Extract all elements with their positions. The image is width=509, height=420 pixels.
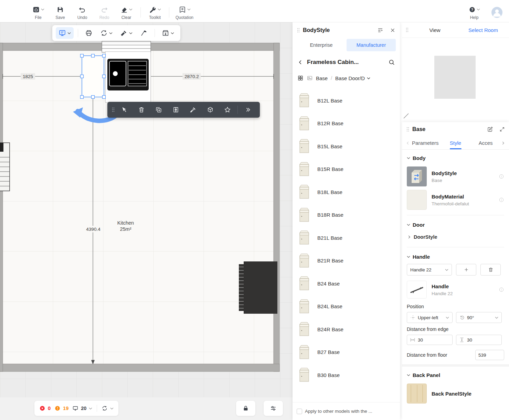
drag-handle-icon[interactable] — [406, 127, 410, 132]
replace-tool-button[interactable] — [97, 27, 115, 39]
door-direction-button[interactable] — [167, 106, 184, 113]
favorite-button[interactable] — [219, 106, 236, 113]
user-avatar[interactable] — [491, 7, 503, 18]
drag-handle-icon[interactable] — [405, 27, 409, 33]
caret-down-icon[interactable] — [89, 407, 92, 410]
image-icon — [307, 75, 313, 81]
section-door[interactable]: Door — [407, 219, 504, 230]
bodystyle-row[interactable]: BodyStyle Base — [407, 165, 504, 188]
section-handle[interactable]: Handle — [407, 251, 504, 262]
handle-row[interactable]: Handle Handle 22 — [407, 279, 504, 300]
catalog-item[interactable]: B27 Base — [293, 341, 400, 364]
back-icon[interactable] — [297, 59, 304, 65]
catalog-item[interactable]: B24L Base — [293, 295, 400, 318]
split-tool-button[interactable] — [137, 27, 150, 39]
floorplan-canvas[interactable]: 1825 2870.2 4390.4 Kitchen 25m² — [0, 22, 293, 420]
assemble-tool-button[interactable] — [117, 27, 135, 39]
catalog-item[interactable]: B18L Base — [293, 181, 400, 204]
tab-enterprise[interactable]: Enterprise — [297, 39, 346, 51]
tabs-scroll-right-icon[interactable] — [501, 141, 506, 146]
more-button[interactable] — [239, 106, 256, 113]
catalog-item[interactable]: B24 Base — [293, 272, 400, 295]
close-panel-icon[interactable] — [390, 27, 396, 33]
trash-icon — [488, 267, 494, 272]
delete-handle-button[interactable] — [480, 264, 501, 276]
doorstyle-item[interactable]: DoorStyle — [407, 230, 504, 244]
catalog-item[interactable]: B24R Base — [293, 318, 400, 341]
info-icon[interactable] — [499, 197, 504, 203]
caret-down-icon — [41, 8, 44, 11]
handle-angle-select[interactable]: 90° — [456, 312, 502, 323]
catalog-item[interactable]: B12L Base — [293, 89, 400, 112]
toolkit-button[interactable]: Toolkit — [147, 2, 163, 20]
help-button[interactable]: ? Help — [466, 2, 482, 20]
material-brush-button[interactable] — [184, 106, 202, 113]
save-button[interactable]: Save — [52, 2, 68, 20]
catalog-item[interactable]: B15L Base — [293, 135, 400, 158]
caret-down-icon[interactable] — [110, 407, 114, 410]
handle-position-select[interactable]: Upper-left — [407, 312, 453, 323]
drag-handle-icon[interactable] — [111, 107, 116, 112]
section-back-panel[interactable]: Back Panel — [407, 368, 504, 382]
backpanel-row[interactable]: Back PanelStyle — [407, 382, 504, 405]
tab-accessories[interactable]: Acces — [470, 137, 501, 149]
catalog-item[interactable]: B18R Base — [293, 204, 400, 227]
section-body[interactable]: Body — [407, 151, 504, 165]
bodymaterial-row[interactable]: BodyMaterial Thermofoil-defalut — [407, 188, 504, 212]
quotation-button[interactable]: Quotation — [176, 2, 193, 20]
catalog-item-label: B15L Base — [317, 143, 342, 149]
apply-row[interactable]: Apply to other models with the ... — [293, 402, 400, 420]
redo-button[interactable]: Redo — [96, 2, 112, 20]
cooktop[interactable] — [105, 52, 151, 103]
selected-cabinet[interactable] — [81, 54, 106, 99]
move-button[interactable] — [116, 106, 133, 113]
handle-select[interactable]: Handle 22 — [407, 264, 452, 276]
sync-icon[interactable] — [102, 405, 108, 411]
tab-manufacturer[interactable]: Manufacturer — [347, 39, 396, 51]
category-label[interactable]: Base — [316, 75, 328, 81]
tab-parameters[interactable]: Parameters — [410, 137, 441, 149]
grid-view-icon[interactable] — [297, 75, 304, 81]
replace-model-button[interactable] — [202, 106, 219, 113]
tab-select-room[interactable]: Select Room — [461, 27, 506, 33]
tab-view[interactable]: View — [409, 27, 461, 33]
duplicate-button[interactable] — [150, 106, 167, 113]
catalog-item[interactable]: B21L Base — [293, 226, 400, 249]
edge-x-input[interactable]: 30 — [407, 335, 453, 345]
edit-icon[interactable] — [487, 126, 493, 132]
search-icon[interactable] — [388, 59, 395, 66]
add-handle-button[interactable] — [456, 264, 476, 276]
lock-button[interactable] — [236, 401, 255, 416]
room-preview[interactable] — [402, 38, 509, 122]
clear-button[interactable]: Clear — [118, 2, 134, 20]
left-cabinet[interactable] — [0, 143, 10, 191]
drag-handle-icon[interactable] — [297, 28, 300, 33]
tab-style[interactable]: Style — [441, 137, 471, 149]
info-icon[interactable] — [499, 174, 504, 179]
edge-y-input[interactable]: 30 — [456, 335, 502, 345]
catalog-item[interactable]: B15R Base — [293, 158, 400, 181]
catalog-item[interactable]: B12R Base — [293, 112, 400, 135]
expand-icon[interactable] — [499, 127, 505, 132]
catalog-item[interactable]: B30 Base — [293, 364, 400, 387]
subcategory-select[interactable]: Base Door/D — [335, 75, 370, 81]
file-button[interactable]: File — [30, 2, 46, 20]
info-icon[interactable] — [499, 287, 504, 292]
layers-button[interactable] — [264, 401, 283, 416]
catalog-item[interactable]: B21R Base — [293, 249, 400, 272]
delete-button[interactable] — [133, 106, 150, 113]
fridge[interactable] — [239, 261, 277, 314]
resize-corner-icon[interactable] — [403, 112, 410, 119]
redo-icon — [100, 6, 108, 13]
tabs-scroll-left-icon[interactable] — [405, 141, 410, 146]
furnish-tool-button[interactable] — [82, 27, 95, 39]
floor-distance-input[interactable]: 539 — [475, 350, 504, 360]
cabinet-thumbnail-icon — [297, 116, 311, 131]
collapse-panel-icon[interactable] — [377, 27, 383, 33]
export-tool-button[interactable] — [159, 27, 177, 39]
window[interactable] — [102, 41, 151, 52]
apply-checkbox[interactable] — [297, 409, 302, 414]
plan-tool-button[interactable] — [56, 27, 74, 39]
undo-button[interactable]: Undo — [74, 2, 90, 20]
catalog-filter: Base / Base Door/D — [293, 71, 400, 85]
